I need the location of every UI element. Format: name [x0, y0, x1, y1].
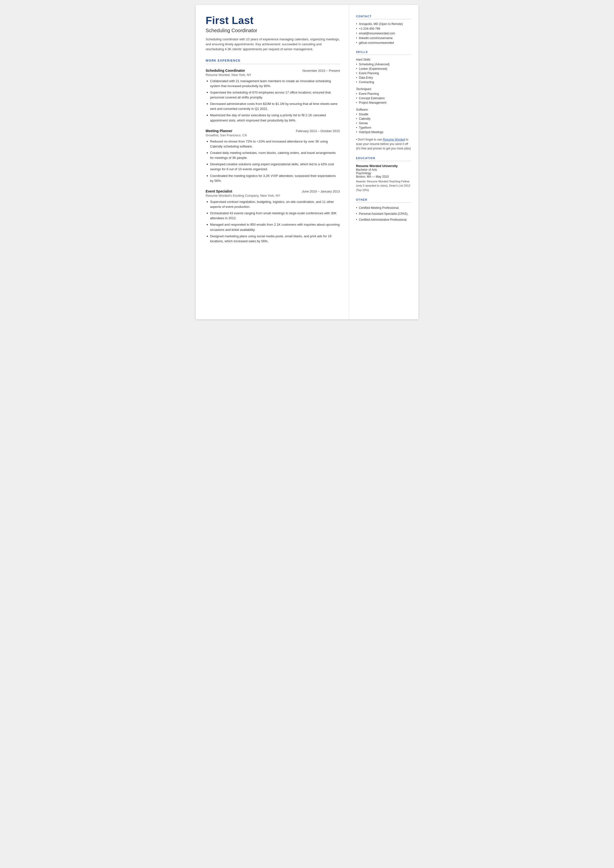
edu-item-0: Resume Worded University Bachelor of Art… — [356, 164, 411, 192]
work-experience-title: WORK EXPERIENCE — [206, 59, 340, 64]
software-3: Typeform — [356, 126, 411, 129]
edu-degree: Bachelor of Arts — [356, 168, 411, 171]
hard-skill-0: Scheduling (Advanced) — [356, 63, 411, 66]
software-list: Doodle Calendly Genee Typeform HubSpot M… — [356, 113, 411, 134]
job-1-dates: November 2015 – Present — [302, 69, 340, 73]
job-3-bullet-3: Managed and responded to 850 emails from… — [206, 222, 340, 232]
job-title-header: Scheduling Coordinator — [206, 28, 340, 33]
other-item-2: Certified Administrative Professional. — [356, 217, 411, 222]
job-1-bullet-2: Supervised the scheduling of 670 employe… — [206, 90, 340, 100]
edu-field: Psychology — [356, 171, 411, 175]
other-item-0: Certified Meeting Professional. — [356, 206, 411, 210]
software-2: Genee — [356, 121, 411, 125]
job-1-bullet-3: Decreased administrative costs from $10M… — [206, 101, 340, 111]
job-1-bullet-1: Collaborated with 21 management team mem… — [206, 79, 340, 89]
hard-skill-3: Data Entry — [356, 76, 411, 79]
contact-item-2: email@resumeworded.com — [356, 32, 411, 35]
contact-section: CONTACT Annapolis, MD (Open to Remote) +… — [356, 15, 411, 45]
contact-list: Annapolis, MD (Open to Remote) +1-234-45… — [356, 22, 411, 45]
job-1-title: Scheduling Coordinator — [206, 68, 245, 73]
job-1-company: Resume Worded, New York, NY — [206, 73, 340, 77]
contact-item-1: +1-234-456-789 — [356, 27, 411, 30]
techniques-list: Event Planning Concept Estimation Projec… — [356, 92, 411, 104]
skills-title: SKILLS — [356, 50, 411, 55]
contact-item-3: linkedin.com/in/username — [356, 36, 411, 40]
techniques-label: Techniques: — [356, 87, 411, 91]
left-column: First Last Scheduling Coordinator Schedu… — [196, 5, 349, 319]
right-column: CONTACT Annapolis, MD (Open to Remote) +… — [349, 5, 419, 319]
hard-skills-list: Scheduling (Advanced) Looker (Experience… — [356, 63, 411, 84]
job-3-bullets: Supervised contract negotiation, budgeti… — [206, 199, 340, 244]
skills-section: SKILLS Hard Skills: Scheduling (Advanced… — [356, 50, 411, 151]
job-2-bullet-3: Developed creative solutions using exper… — [206, 162, 340, 172]
job-1: Scheduling Coordinator November 2015 – P… — [206, 68, 340, 123]
contact-item-4: github.com/resumeworded — [356, 41, 411, 45]
other-list: Certified Meeting Professional. Personal… — [356, 206, 411, 222]
job-2-title: Meeting Planner — [206, 129, 233, 133]
job-2-bullet-4: Coordinated the meeting logistics for 3.… — [206, 174, 340, 183]
job-3-dates: June 2010 – January 2013 — [302, 189, 340, 193]
full-name: First Last — [206, 15, 340, 26]
technique-2: Project Management — [356, 101, 411, 104]
promo-link[interactable]: Resume Worded — [383, 138, 405, 141]
software-4: HubSpot Meetings — [356, 130, 411, 134]
hard-skill-1: Looker (Experienced) — [356, 67, 411, 70]
job-2-header: Meeting Planner February 2013 – October … — [206, 129, 340, 133]
education-title: EDUCATION — [356, 157, 411, 161]
contact-title: CONTACT — [356, 15, 411, 19]
contact-item-0: Annapolis, MD (Open to Remote) — [356, 22, 411, 26]
edu-location-date: Boston, MA — May 2010 — [356, 175, 411, 179]
job-2-company: Growthsi, San Francisco, CA — [206, 134, 340, 137]
header-section: First Last Scheduling Coordinator Schedu… — [206, 15, 340, 52]
hard-skill-4: Contracting — [356, 81, 411, 84]
promo-text: • Don't forget to use Resume Worded to s… — [356, 137, 411, 151]
edu-school: Resume Worded University — [356, 164, 411, 168]
work-experience-section: WORK EXPERIENCE Scheduling Coordinator N… — [206, 59, 340, 244]
hard-skill-2: Event Planning — [356, 71, 411, 75]
technique-0: Event Planning — [356, 92, 411, 96]
job-3-bullet-4: Designed marketing plans using social me… — [206, 234, 340, 244]
job-3-bullet-2: Orchestrated 43 events ranging from smal… — [206, 211, 340, 221]
software-0: Doodle — [356, 113, 411, 116]
job-3-company: Resume Worded's Exciting Company, New Yo… — [206, 194, 340, 197]
job-1-bullet-4: Maximized the day of senior executives b… — [206, 113, 340, 123]
job-1-bullets: Collaborated with 21 management team mem… — [206, 79, 340, 123]
other-title: OTHER — [356, 198, 411, 203]
software-1: Calendly — [356, 117, 411, 121]
other-item-1: Personal Assistant Specialist (CPAS). — [356, 211, 411, 216]
job-1-header: Scheduling Coordinator November 2015 – P… — [206, 68, 340, 73]
job-3: Event Specialist June 2010 – January 201… — [206, 189, 340, 244]
education-section: EDUCATION Resume Worded University Bache… — [356, 157, 411, 192]
job-3-title: Event Specialist — [206, 189, 232, 193]
job-3-bullet-1: Supervised contract negotiation, budgeti… — [206, 199, 340, 209]
edu-awards: Awards: Resume Worded Teaching Fellow (o… — [356, 179, 411, 192]
resume-page: First Last Scheduling Coordinator Schedu… — [196, 5, 419, 319]
hard-skills-label: Hard Skills: — [356, 58, 411, 61]
summary-text: Scheduling coordinator with 10 years of … — [206, 37, 340, 52]
job-2-bullets: Reduced no-shows from 72% to <10% and in… — [206, 139, 340, 183]
job-2: Meeting Planner February 2013 – October … — [206, 129, 340, 183]
job-2-bullet-2: Created daily meeting schedules, room bl… — [206, 151, 340, 160]
job-3-header: Event Specialist June 2010 – January 201… — [206, 189, 340, 193]
job-2-bullet-1: Reduced no-shows from 72% to <10% and in… — [206, 139, 340, 149]
other-section: OTHER Certified Meeting Professional. Pe… — [356, 198, 411, 222]
job-2-dates: February 2013 – October 2015 — [296, 129, 340, 133]
software-label: Software: — [356, 108, 411, 111]
technique-1: Concept Estimation — [356, 96, 411, 100]
